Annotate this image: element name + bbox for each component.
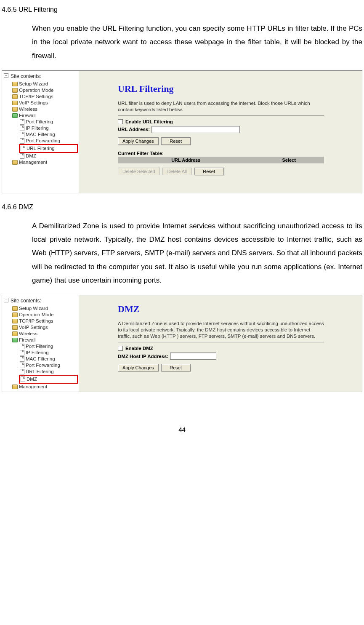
sidebar-item-operation-mode[interactable]: Operation Mode	[3, 312, 78, 318]
sidebar-item-ip-filtering[interactable]: IP Filtering	[3, 350, 78, 356]
sidebar-item-dmz[interactable]: DMZ	[3, 153, 78, 159]
sidebar-item-label: Operation Mode	[19, 312, 53, 318]
sidebar-item-label: Wireless	[19, 106, 37, 112]
file-icon	[20, 119, 24, 125]
sidebar-item-label: Firewall	[19, 337, 36, 343]
folder-icon	[12, 94, 18, 99]
dmz-host-ip-label: DMZ Host IP Address:	[118, 354, 168, 359]
page-number: 44	[0, 426, 364, 433]
reset-button[interactable]: Reset	[161, 364, 191, 371]
file-icon	[20, 126, 24, 131]
file-icon	[20, 138, 24, 144]
sidebar-item-operation-mode[interactable]: Operation Mode	[3, 87, 78, 93]
panel-description: A Demilitarized Zone is used to provide …	[118, 321, 324, 339]
url-address-row: URL Address:	[118, 126, 324, 133]
sidebar-item-label: Firewall	[19, 112, 36, 119]
folder-icon	[12, 101, 18, 105]
sidebar-item-port-filtering[interactable]: Port Filtering	[3, 343, 78, 350]
collapse-icon[interactable]: −	[4, 298, 8, 302]
enable-url-filtering-row: Enable URL Filtering	[118, 119, 324, 124]
sidebar-item-mac-filtering[interactable]: MAC Filtering	[3, 131, 78, 138]
button-row-delete: Delete Selected Delete All Reset	[118, 168, 324, 175]
screenshot-url-filtering: − Site contents: Setup Wizard Operation …	[2, 70, 362, 193]
panel-title: URL Filtering	[118, 83, 324, 94]
sidebar-item-label: Port Filtering	[26, 343, 53, 350]
filter-table: URL Address Select	[118, 157, 324, 163]
delete-all-button[interactable]: Delete All	[162, 168, 192, 175]
sidebar-item-label: IP Filtering	[26, 125, 49, 131]
folder-icon	[12, 325, 18, 330]
column-url-address: URL Address	[118, 157, 254, 163]
sidebar-item-firewall[interactable]: Firewall	[3, 337, 78, 343]
section-heading-url-filtering: 4.6.5 URL Filtering	[2, 6, 364, 13]
sidebar-item-management[interactable]: Management	[3, 384, 78, 390]
delete-selected-button[interactable]: Delete Selected	[118, 168, 160, 175]
sidebar-item-ip-filtering[interactable]: IP Filtering	[3, 125, 78, 131]
enable-dmz-row: Enable DMZ	[118, 346, 324, 351]
sidebar-item-label: Port Forwarding	[26, 362, 60, 369]
screenshot-dmz: − Site contents: Setup Wizard Operation …	[2, 295, 362, 392]
sidebar-item-label: Management	[19, 159, 47, 166]
folder-open-icon	[12, 113, 18, 118]
sidebar-title-label: Site contents:	[11, 73, 41, 79]
sidebar-item-mac-filtering[interactable]: MAC Filtering	[3, 356, 78, 362]
sidebar-title: − Site contents:	[3, 297, 78, 305]
sidebar-item-wireless[interactable]: Wireless	[3, 331, 78, 337]
sidebar-item-label: Port Filtering	[26, 119, 53, 125]
sidebar: − Site contents: Setup Wizard Operation …	[2, 71, 79, 193]
enable-dmz-label: Enable DMZ	[125, 346, 153, 351]
sidebar-item-label: Wireless	[19, 331, 37, 337]
sidebar-item-setup-wizard[interactable]: Setup Wizard	[3, 305, 78, 312]
apply-changes-button[interactable]: Apply Changes	[118, 137, 159, 145]
sidebar-item-tcpip[interactable]: TCP/IP Settings	[3, 318, 78, 324]
file-icon	[20, 363, 24, 368]
sidebar-item-label: Management	[19, 384, 47, 390]
file-icon	[20, 356, 24, 362]
enable-dmz-checkbox[interactable]	[118, 346, 123, 351]
sidebar-item-firewall[interactable]: Firewall	[3, 112, 78, 119]
folder-icon	[12, 385, 18, 389]
separator	[118, 115, 324, 116]
sidebar-item-label: DMZ	[26, 153, 36, 159]
sidebar-item-label: URL Filtering	[27, 145, 55, 152]
enable-url-filtering-checkbox[interactable]	[118, 119, 123, 124]
dmz-host-ip-row: DMZ Host IP Address:	[118, 353, 324, 360]
content-panel-dmz: DMZ A Demilitarized Zone is used to prov…	[79, 295, 362, 392]
sidebar-item-label: Setup Wizard	[19, 81, 48, 87]
button-row-apply: Apply Changes Reset	[118, 137, 324, 145]
section-heading-dmz: 4.6.6 DMZ	[2, 203, 364, 211]
dmz-host-ip-input[interactable]	[170, 353, 216, 360]
table-header-row: URL Address Select	[118, 157, 324, 163]
sidebar-item-tcpip[interactable]: TCP/IP Settings	[3, 93, 78, 100]
file-icon	[20, 153, 24, 159]
sidebar-item-wireless[interactable]: Wireless	[3, 106, 78, 112]
folder-icon	[12, 160, 18, 165]
url-address-input[interactable]	[151, 126, 240, 133]
sidebar-item-label: Port Forwarding	[26, 138, 60, 144]
file-icon	[21, 377, 25, 382]
folder-icon	[12, 331, 18, 336]
sidebar-title: − Site contents:	[3, 72, 78, 81]
apply-changes-button[interactable]: Apply Changes	[118, 364, 159, 371]
sidebar-item-port-forwarding[interactable]: Port Forwarding	[3, 362, 78, 369]
sidebar-item-label: VoIP Settings	[19, 324, 48, 331]
body-text-dmz: A Demilitarized Zone is used to provide …	[32, 219, 362, 287]
sidebar-item-label: TCP/IP Settings	[19, 318, 53, 324]
sidebar-item-label: Setup Wizard	[19, 305, 48, 312]
enable-url-filtering-label: Enable URL Filtering	[125, 119, 173, 124]
sidebar-item-port-filtering[interactable]: Port Filtering	[3, 119, 78, 125]
sidebar-item-dmz[interactable]: DMZ	[19, 375, 78, 384]
collapse-icon[interactable]: −	[4, 73, 8, 78]
separator	[118, 342, 324, 342]
content-panel-url-filtering: URL Filtering URL filter is used to deny…	[79, 71, 362, 193]
reset-table-button[interactable]: Reset	[194, 168, 224, 175]
sidebar-item-setup-wizard[interactable]: Setup Wizard	[3, 81, 78, 87]
reset-button[interactable]: Reset	[161, 137, 191, 145]
sidebar-item-voip[interactable]: VoIP Settings	[3, 324, 78, 331]
sidebar-item-url-filtering[interactable]: URL Filtering	[19, 144, 78, 153]
sidebar-item-voip[interactable]: VoIP Settings	[3, 100, 78, 106]
file-icon	[20, 344, 24, 349]
sidebar-item-port-forwarding[interactable]: Port Forwarding	[3, 138, 78, 144]
sidebar-item-management[interactable]: Management	[3, 159, 78, 166]
sidebar-item-url-filtering[interactable]: URL Filtering	[3, 369, 78, 375]
